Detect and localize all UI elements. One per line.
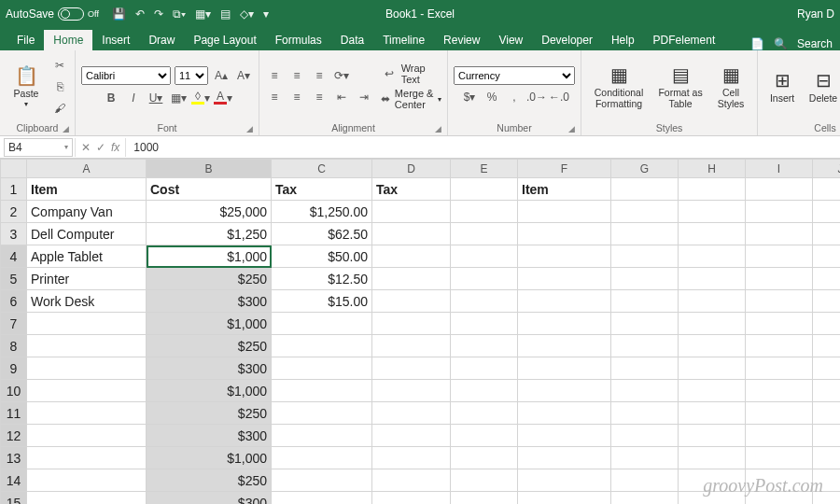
cell-J12[interactable] [813,425,841,447]
tab-timeline[interactable]: Timeline [373,30,434,50]
search-icon[interactable]: 🔍 [774,37,788,50]
tab-home[interactable]: Home [44,30,92,50]
cell-H12[interactable] [679,425,746,447]
cell-J9[interactable] [813,357,841,380]
cell-E1[interactable] [451,178,518,201]
cell-I14[interactable] [746,469,813,492]
font-size-select[interactable]: 11 [175,66,208,85]
tab-help[interactable]: Help [602,30,644,50]
underline-button[interactable]: U▾ [147,89,165,107]
cell-A15[interactable] [27,492,147,505]
cell-G1[interactable] [611,178,679,201]
row-header-6[interactable]: 6 [1,290,27,313]
cell-D9[interactable] [372,357,451,380]
cell-C1[interactable]: Tax [272,178,372,201]
cell-D8[interactable] [372,335,451,357]
row-header-11[interactable]: 11 [1,402,27,425]
cell-H15[interactable] [679,492,746,505]
align-middle-icon[interactable]: ≡ [287,66,306,85]
cell-A13[interactable] [27,447,147,469]
dialog-launcher-icon[interactable]: ◢ [63,124,69,133]
insert-cells-button[interactable]: ⊞Insert [763,56,801,118]
cell-C15[interactable] [272,492,372,505]
cell-F5[interactable] [518,268,611,290]
merge-center-button[interactable]: ⬌Merge & Center▾ [381,88,441,110]
dialog-launcher-icon[interactable]: ◢ [246,124,253,133]
bold-button[interactable]: B [102,89,120,107]
tab-developer[interactable]: Developer [532,30,602,50]
cell-G3[interactable] [611,223,679,245]
redo-icon[interactable]: ↷ [154,7,163,21]
cell-F8[interactable] [518,335,611,357]
currency-icon[interactable]: $▾ [460,88,479,106]
cell-A3[interactable]: Dell Computer [27,223,147,245]
col-header-A[interactable]: A [27,160,147,178]
user-name[interactable]: Ryan D [797,7,834,21]
cell-J2[interactable] [813,201,841,223]
number-format-select[interactable]: Currency [454,66,575,85]
cut-icon[interactable]: ✂ [50,56,69,75]
cell-A4[interactable]: Apple Tablet [27,245,147,268]
cell-H4[interactable] [679,245,746,268]
cell-A8[interactable] [27,335,147,357]
cell-D7[interactable] [372,313,451,335]
cell-F7[interactable] [518,313,611,335]
cell-A14[interactable] [27,469,147,492]
col-header-B[interactable]: B [147,160,272,178]
increase-indent-icon[interactable]: ⇥ [355,88,373,106]
cell-A5[interactable]: Printer [27,268,147,290]
row-header-8[interactable]: 8 [1,335,27,357]
cell-D13[interactable] [372,447,451,469]
cell-F2[interactable] [518,201,611,223]
row-header-7[interactable]: 7 [1,313,27,335]
decrease-decimal-icon[interactable]: ←.0 [550,88,568,106]
cell-I9[interactable] [746,357,813,380]
row-header-3[interactable]: 3 [1,223,27,245]
cell-J11[interactable] [813,402,841,425]
cell-F4[interactable] [518,245,611,268]
touch-mode-icon[interactable]: ⧉▾ [173,7,186,21]
row-header-10[interactable]: 10 [1,380,27,402]
row-header-2[interactable]: 2 [1,201,27,223]
cell-I10[interactable] [746,380,813,402]
cancel-icon[interactable]: ✕ [81,141,91,154]
cell-B13[interactable]: $1,000 [147,447,272,469]
cell-F11[interactable] [518,402,611,425]
row-header-12[interactable]: 12 [1,425,27,447]
cell-E15[interactable] [451,492,518,505]
enter-icon[interactable]: ✓ [96,141,105,154]
cell-A12[interactable] [27,425,147,447]
cell-D14[interactable] [372,469,451,492]
col-header-E[interactable]: E [451,160,518,178]
paste-button[interactable]: 📋 Paste ▾ [6,56,47,118]
cell-G7[interactable] [611,313,679,335]
cell-G15[interactable] [611,492,679,505]
cell-E7[interactable] [451,313,518,335]
cell-A10[interactable] [27,380,147,402]
delete-cells-button[interactable]: ⊟Delete [805,56,840,118]
cell-J6[interactable] [813,290,841,313]
cell-B3[interactable]: $1,250 [147,223,272,245]
cell-G5[interactable] [611,268,679,290]
col-header-C[interactable]: C [272,160,372,178]
fill-color-button[interactable]: ◊▾ [191,89,210,107]
cell-I15[interactable] [746,492,813,505]
cell-B2[interactable]: $25,000 [147,201,272,223]
format-as-table-button[interactable]: ▤Format as Table [654,56,707,118]
search-label[interactable]: Search [797,37,833,50]
cell-C9[interactable] [272,357,372,380]
conditional-formatting-button[interactable]: ▦Conditional Formatting [587,56,651,118]
cell-I11[interactable] [746,402,813,425]
cell-E9[interactable] [451,357,518,380]
formula-input[interactable] [126,138,840,157]
cell-B9[interactable]: $300 [147,357,272,380]
share-icon[interactable]: 📄 [750,37,764,50]
row-header-15[interactable]: 15 [1,492,27,505]
percent-icon[interactable]: % [483,88,501,106]
row-header-9[interactable]: 9 [1,357,27,380]
cell-C11[interactable] [272,402,372,425]
cell-D6[interactable] [372,290,451,313]
tab-data[interactable]: Data [331,30,373,50]
cell-D10[interactable] [372,380,451,402]
cell-A1[interactable]: Item [27,178,147,201]
